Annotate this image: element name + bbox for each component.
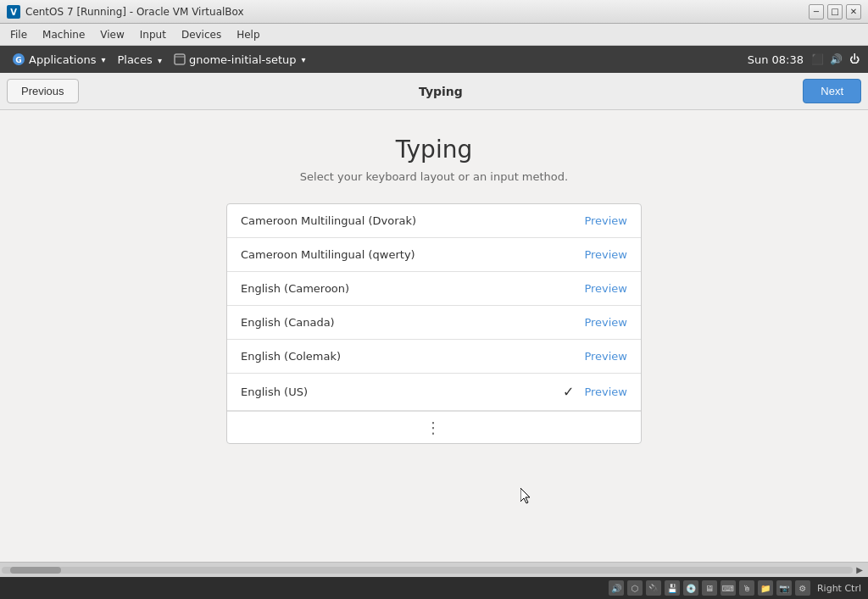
next-button[interactable]: Next <box>803 79 861 103</box>
scrollbar-thumb[interactable] <box>10 567 61 574</box>
preview-link-0[interactable]: Preview <box>584 214 627 227</box>
places-label: Places <box>117 53 152 66</box>
svg-marker-6 <box>520 488 530 503</box>
bottom-scrollbar[interactable]: ▶ <box>0 562 868 577</box>
page-content: Typing Select your keyboard layout or an… <box>0 110 868 461</box>
window-title: CentOS 7 [Running] - Oracle VM VirtualBo… <box>25 6 809 18</box>
keyboard-row-4[interactable]: English (Colemak) Preview <box>227 340 641 374</box>
preview-link-5[interactable]: Preview <box>584 385 627 398</box>
keyboard-name-0: Cameroon Multilingual (Dvorak) <box>241 214 584 227</box>
window-controls: − □ ✕ <box>809 4 861 19</box>
right-ctrl-label: Right Ctrl <box>817 583 861 594</box>
selected-checkmark: ✓ <box>563 384 574 400</box>
keyboard-row-5[interactable]: English (US) ✓ Preview <box>227 374 641 411</box>
shared-icon[interactable]: 📁 <box>758 580 773 596</box>
more-dots-icon[interactable]: ⋮ <box>426 419 442 436</box>
screen-icon[interactable]: ⬛ <box>810 53 824 66</box>
menu-machine[interactable]: Machine <box>36 27 92 42</box>
window-icon <box>174 53 186 65</box>
svg-text:V: V <box>10 8 17 17</box>
preview-link-1[interactable]: Preview <box>584 248 627 261</box>
volume-icon[interactable]: 🔊 <box>829 53 843 66</box>
restore-button[interactable]: □ <box>827 4 843 19</box>
keyboard-name-1: Cameroon Multilingual (qwerty) <box>241 248 584 261</box>
preview-link-2[interactable]: Preview <box>584 282 627 295</box>
scrollbar-track[interactable] <box>2 567 853 574</box>
close-button[interactable]: ✕ <box>846 4 861 19</box>
clock: Sun 08:38 <box>748 53 804 66</box>
nav-bar: Previous Typing Next <box>0 73 868 110</box>
keyboard-row-1[interactable]: Cameroon Multilingual (qwerty) Preview <box>227 238 641 272</box>
window-arrow: ▾ <box>302 55 306 64</box>
settings-icon[interactable]: ⚙ <box>795 580 810 596</box>
places-menu[interactable]: Places ▾ <box>112 52 167 68</box>
svg-rect-4 <box>175 54 185 64</box>
keyboard-row-2[interactable]: English (Cameroon) Preview <box>227 272 641 306</box>
nav-title: Typing <box>79 85 804 98</box>
vm-screen: Previous Typing Next Typing Select your … <box>0 73 868 562</box>
menu-input[interactable]: Input <box>133 27 173 42</box>
display-icon[interactable]: 🖥 <box>702 580 717 596</box>
keyboard-list: Cameroon Multilingual (Dvorak) Preview C… <box>226 203 642 444</box>
menu-file[interactable]: File <box>3 27 34 42</box>
vbox-icon: V <box>7 5 20 19</box>
keyboard-name-2: English (Cameroon) <box>241 282 584 295</box>
audio-icon[interactable]: 🔊 <box>609 580 624 596</box>
status-icons: 🔊 ⬡ 🔌 💾 💿 🖥 ⌨ 🖱 📁 📷 ⚙ Right Ctrl <box>609 580 861 596</box>
keyboard-row-0[interactable]: Cameroon Multilingual (Dvorak) Preview <box>227 204 641 238</box>
menubar: File Machine View Input Devices Help <box>0 24 868 46</box>
power-icon[interactable]: ⏻ <box>848 53 861 66</box>
tray-icons: ⬛ 🔊 ⏻ <box>810 53 861 66</box>
places-arrow: ▾ <box>158 56 162 65</box>
usb-icon[interactable]: ⬡ <box>627 580 643 596</box>
optical-icon[interactable]: 💿 <box>683 580 698 596</box>
page-heading: Typing <box>396 136 472 164</box>
gnome-topbar-right: Sun 08:38 ⬛ 🔊 ⏻ <box>748 53 861 66</box>
svg-text:G: G <box>15 56 21 64</box>
preview-link-4[interactable]: Preview <box>584 350 627 363</box>
titlebar: V CentOS 7 [Running] - Oracle VM Virtual… <box>0 0 868 24</box>
keyboard-name-4: English (Colemak) <box>241 350 584 363</box>
hdd-icon[interactable]: 💾 <box>665 580 680 596</box>
minimize-button[interactable]: − <box>809 4 824 19</box>
window-menu[interactable]: gnome-initial-setup ▾ <box>169 52 311 68</box>
gnome-logo-icon: G <box>12 53 25 66</box>
applications-arrow: ▾ <box>101 55 105 64</box>
page-subtitle: Select your keyboard layout or an input … <box>300 170 568 183</box>
more-row[interactable]: ⋮ <box>227 411 641 443</box>
snapshot-icon[interactable]: 📷 <box>776 580 792 596</box>
preview-link-3[interactable]: Preview <box>584 316 627 329</box>
menu-view[interactable]: View <box>93 27 131 42</box>
keyboard-name-3: English (Canada) <box>241 316 584 329</box>
menu-help[interactable]: Help <box>230 27 266 42</box>
gnome-topbar: G Applications ▾ Places ▾ gnome-initial-… <box>0 46 868 73</box>
network-icon[interactable]: 🔌 <box>646 580 661 596</box>
scroll-right-button[interactable]: ▶ <box>853 563 866 577</box>
input-icon[interactable]: ⌨ <box>721 580 736 596</box>
mouse-icon[interactable]: 🖱 <box>739 580 754 596</box>
keyboard-row-3[interactable]: English (Canada) Preview <box>227 306 641 340</box>
cursor-icon <box>520 488 532 505</box>
window-title-label: gnome-initial-setup <box>189 53 297 66</box>
keyboard-name-5: English (US) <box>241 385 563 398</box>
gnome-topbar-left: G Applications ▾ Places ▾ gnome-initial-… <box>7 51 311 68</box>
applications-menu[interactable]: G Applications ▾ <box>7 51 110 68</box>
cursor-position <box>520 488 532 508</box>
menu-devices[interactable]: Devices <box>175 27 228 42</box>
applications-label: Applications <box>29 53 96 66</box>
status-bar: 🔊 ⬡ 🔌 💾 💿 🖥 ⌨ 🖱 📁 📷 ⚙ Right Ctrl <box>0 577 868 599</box>
previous-button[interactable]: Previous <box>7 79 79 103</box>
